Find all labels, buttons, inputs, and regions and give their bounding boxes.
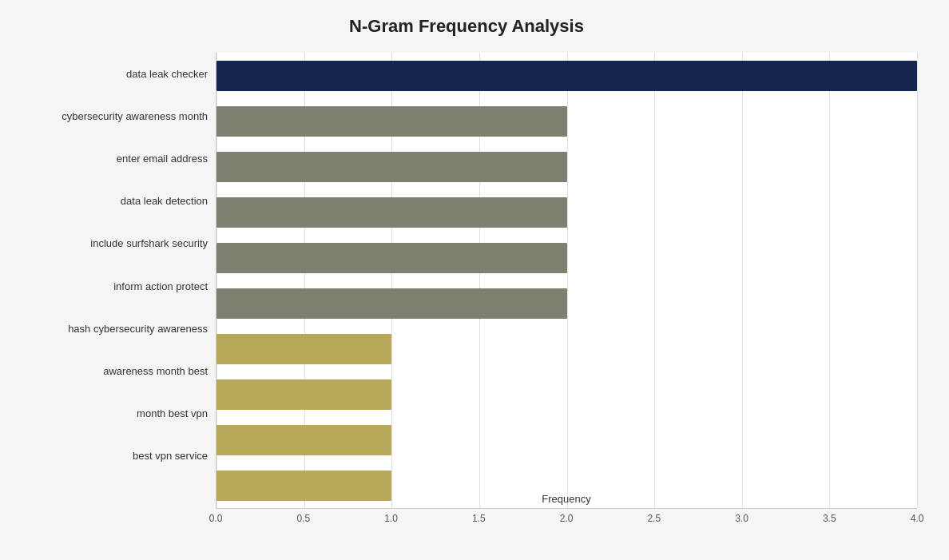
bar	[216, 379, 391, 410]
y-label: cybersecurity awareness month	[62, 95, 208, 137]
bar	[216, 152, 567, 182]
x-tick: 0.5	[296, 513, 310, 524]
bar	[216, 61, 917, 91]
bar	[216, 243, 567, 273]
x-tick: 4.0	[911, 513, 924, 524]
bar-row	[216, 189, 917, 235]
bar	[216, 471, 391, 501]
y-label: month best vpn	[137, 392, 208, 435]
bar	[216, 425, 391, 455]
y-label: data leak checker	[126, 53, 208, 95]
y-axis-labels: data leak checkercybersecurity awareness…	[16, 53, 216, 501]
grid-line	[917, 53, 918, 508]
bar-row	[216, 280, 917, 326]
bar-row	[216, 235, 917, 280]
bar-row	[216, 53, 917, 98]
y-label: enter email address	[117, 137, 208, 180]
chart-area: data leak checkercybersecurity awareness…	[16, 53, 917, 501]
plot-area: Frequency 0.00.51.01.52.02.53.03.54.0	[216, 53, 917, 501]
y-label: best vpn service	[133, 435, 208, 477]
x-tick: 3.5	[823, 513, 836, 524]
bar-row	[216, 144, 917, 189]
chart-title: N-Gram Frequency Analysis	[16, 16, 917, 37]
bar	[216, 334, 391, 364]
y-label: hash cybersecurity awareness	[68, 308, 208, 350]
y-label: inform action protect	[113, 264, 208, 307]
bar-row	[216, 98, 917, 144]
x-tick: 1.0	[384, 513, 398, 524]
bar-row	[216, 371, 917, 417]
x-tick: 0.0	[209, 513, 223, 524]
chart-container: N-Gram Frequency Analysis data leak chec…	[0, 0, 949, 560]
bar	[216, 197, 567, 228]
y-label: awareness month best	[103, 350, 208, 392]
bar-row	[216, 463, 917, 508]
bar	[216, 288, 567, 319]
y-label: data leak detection	[121, 180, 208, 222]
x-tick: 1.5	[472, 513, 486, 524]
bars-container	[216, 53, 917, 509]
bar	[216, 106, 567, 137]
bar-row	[216, 326, 917, 371]
y-label: include surfshark security	[90, 222, 208, 264]
bar-row	[216, 417, 917, 463]
x-tick: 2.5	[647, 513, 661, 524]
x-tick: 3.0	[735, 513, 748, 524]
x-tick: 2.0	[560, 513, 574, 524]
